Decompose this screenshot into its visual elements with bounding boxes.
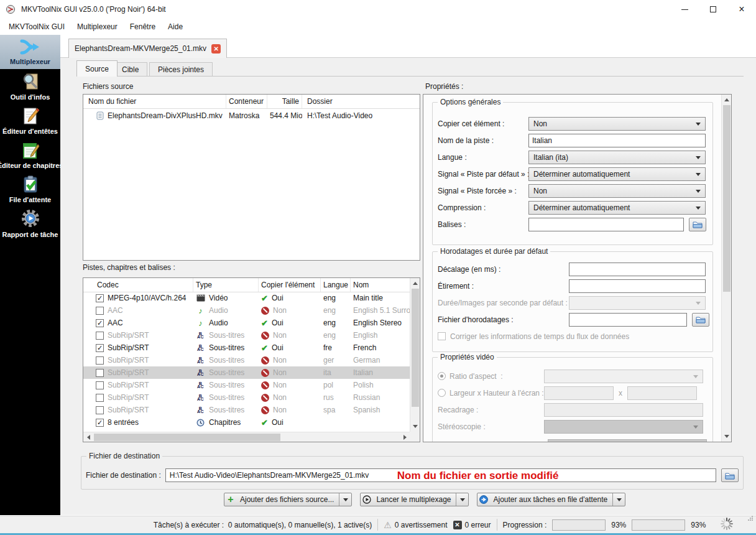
track-checkbox[interactable] (96, 307, 104, 315)
add-source-files-button[interactable]: + Ajouter des fichiers source... (224, 493, 352, 506)
stereoscopy-combo (544, 420, 703, 434)
track-row[interactable]: SubRip/SRTBACSous-titresNonengEnglish (83, 329, 410, 342)
menu-aide[interactable]: Aide (162, 20, 189, 34)
subtitles-icon: BAC (196, 345, 205, 351)
tab-strip: ElephantsDream-MKVMerge25_01.mkv ✕ (60, 35, 756, 57)
folder-icon (725, 472, 735, 480)
track-checkbox[interactable] (96, 369, 104, 377)
stretch-input[interactable] (569, 279, 706, 293)
scroll-down-icon[interactable] (722, 432, 732, 442)
track-row[interactable]: SubRip/SRTBACSous-titresNonpolPolish (83, 379, 410, 391)
file-tab[interactable]: ElephantsDream-MKVMerge25_01.mkv ✕ (68, 39, 227, 58)
timestamps-file-label: Fichier d'horodatages : (438, 315, 569, 324)
close-button[interactable]: × (727, 0, 756, 19)
track-name-input[interactable] (528, 134, 706, 147)
menu-multiplexeur[interactable]: Multiplexeur (71, 20, 124, 34)
chevron-down-icon[interactable] (613, 496, 625, 504)
track-checkbox[interactable] (96, 381, 104, 389)
tags-browse-button[interactable] (689, 218, 706, 231)
copy-yes-icon: ✔ (261, 319, 268, 327)
track-checkbox[interactable] (96, 332, 104, 340)
delay-input[interactable] (569, 263, 706, 276)
track-checkbox[interactable] (96, 344, 104, 352)
col-type[interactable]: Type (193, 278, 259, 292)
col-dossier[interactable]: Dossier (302, 95, 420, 108)
track-row[interactable]: SubRip/SRTBACSous-titresNonitaItalian (83, 366, 410, 379)
sidebar-item-rapport-tache[interactable]: Rapport de tâche (0, 206, 60, 240)
chevron-down-icon[interactable] (339, 496, 351, 504)
col-nom[interactable]: Nom (351, 278, 410, 292)
track-checkbox[interactable] (96, 319, 104, 327)
timestamps-browse-button[interactable] (692, 313, 709, 327)
errors-status: ✕ 0 erreur (453, 521, 491, 529)
track-checkbox[interactable] (96, 419, 104, 427)
scroll-right-icon[interactable] (400, 432, 410, 442)
track-row[interactable]: SubRip/SRTBACSous-titresNongerGerman (83, 354, 410, 366)
tab-source[interactable]: Source (76, 60, 118, 77)
scroll-left-icon[interactable] (83, 432, 93, 442)
copy-track-combo[interactable]: Non (528, 117, 706, 131)
tracks-horizontal-scrollbar[interactable] (83, 432, 410, 442)
play-icon (361, 495, 373, 504)
track-row[interactable]: MPEG-4p10/AVC/h.264Vidéo✔OuiengMain titl… (83, 292, 410, 304)
scroll-up-icon[interactable] (722, 95, 732, 105)
menu-mkvtoolnix-gui[interactable]: MKVToolNix GUI (2, 20, 71, 34)
col-langue[interactable]: Langue (321, 278, 351, 292)
forced-track-combo[interactable]: Non (528, 184, 706, 198)
destination-browse-button[interactable] (721, 468, 739, 482)
track-checkbox[interactable] (96, 394, 104, 402)
tracks-label: Pistes, chapitres et balises : (83, 263, 175, 272)
properties-vertical-scrollbar[interactable] (721, 95, 731, 442)
source-file-row[interactable]: ElephantsDream-DivXPlusHD.mkvMatroska544… (83, 109, 420, 122)
track-row[interactable]: SubRip/SRTBACSous-titresNonrusRussian (83, 391, 410, 404)
track-row[interactable]: SubRip/SRTBACSous-titres✔OuifreFrench (83, 342, 410, 354)
tab-cible[interactable]: Cible (113, 62, 147, 77)
copy-no-icon (261, 406, 269, 414)
col-conteneur[interactable]: Conteneur (226, 95, 267, 108)
track-row[interactable]: AAC♪AudioNonengEnglish 5.1 Surrou (83, 304, 410, 317)
col-codec[interactable]: Codec (83, 278, 193, 292)
source-files-body: ElephantsDream-DivXPlusHD.mkvMatroska544… (83, 109, 420, 122)
tags-input[interactable] (528, 218, 684, 231)
destination-input[interactable]: H:\Test Audio-Video\ElephantsDream-MKVMe… (165, 468, 716, 482)
tab-pieces-jointes[interactable]: Pièces jointes (149, 62, 213, 77)
tracks-vscroll-thumb[interactable] (412, 289, 419, 407)
subtitles-icon: BAC (196, 357, 205, 363)
tracks-hscroll-thumb[interactable] (94, 434, 280, 441)
tab-close-icon[interactable]: ✕ (211, 44, 221, 54)
group-title: Horodatages et durée par défaut (438, 247, 550, 256)
scroll-up-icon[interactable] (410, 278, 420, 288)
display-dimensions-radio (438, 389, 446, 397)
track-checkbox[interactable] (96, 406, 104, 414)
col-taille[interactable]: Taille (267, 95, 302, 108)
maximize-button[interactable] (699, 0, 727, 19)
track-row[interactable]: AAC♪Audio✔OuiengEnglish Stereo (83, 317, 410, 329)
start-muxing-button[interactable]: Lancer le multiplexage (360, 493, 469, 506)
props-vscroll-thumb[interactable] (723, 105, 731, 292)
col-copier[interactable]: Copier l'élément (259, 278, 321, 292)
timestamps-file-input[interactable] (569, 313, 687, 327)
chevron-down-icon[interactable] (456, 496, 468, 504)
sidebar-item-editeur-chapitres[interactable]: Éditeur de chapitres (0, 137, 60, 172)
source-files-table: Nom du fichier Conteneur Taille Dossier … (83, 94, 420, 261)
track-row[interactable]: SubRip/SRTBACSous-titresNonspaSpanish (83, 404, 410, 416)
compression-combo[interactable]: Déterminer automatiquement (528, 201, 706, 215)
sidebar-item-file-attente[interactable]: File d'attente (0, 172, 60, 206)
track-row[interactable]: 8 entréesChapitres✔Oui (83, 416, 410, 429)
language-combo[interactable]: Italian (ita) (528, 151, 706, 164)
menu-fenetre[interactable]: Fenêtre (124, 20, 162, 34)
tracks-vertical-scrollbar[interactable] (410, 278, 420, 432)
resize-grip[interactable] (739, 506, 754, 532)
scroll-down-icon[interactable] (410, 422, 420, 432)
source-files-header: Nom du fichier Conteneur Taille Dossier (83, 95, 420, 109)
add-to-queue-button[interactable]: Ajouter aux tâches en file d'attente (477, 493, 625, 506)
sidebar-item-editeur-entetes[interactable]: Éditeur d'entêtes (0, 103, 60, 137)
minimize-button[interactable] (670, 0, 699, 19)
copy-no-icon (261, 332, 269, 340)
track-checkbox[interactable] (96, 356, 104, 365)
sidebar-item-multiplexeur[interactable]: Multiplexeur (0, 35, 60, 69)
track-checkbox[interactable] (96, 294, 104, 302)
sidebar-item-outil-infos[interactable]: Outil d'infos (0, 69, 60, 103)
default-track-combo[interactable]: Déterminer automatiquement (528, 167, 706, 181)
col-nom-du-fichier[interactable]: Nom du fichier (83, 95, 226, 108)
